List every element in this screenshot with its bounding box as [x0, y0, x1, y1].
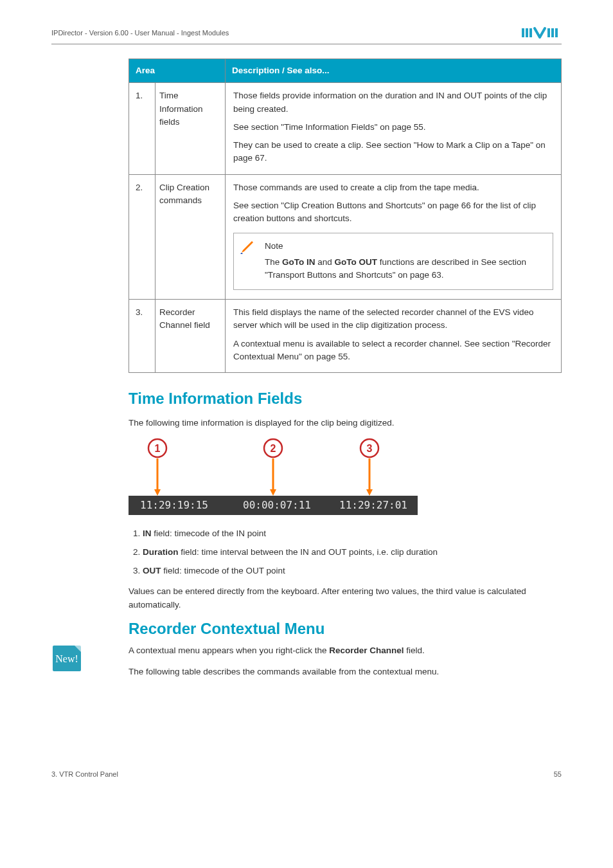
paragraph: See section "Time Information Fields" on… [233, 121, 553, 134]
svg-rect-5 [555, 28, 558, 37]
text: and [315, 257, 335, 267]
svg-marker-14 [270, 489, 276, 496]
text: field: timecode of the IN point [152, 529, 267, 538]
svg-rect-4 [551, 28, 554, 37]
row-title: Recorder Channel field [155, 300, 226, 373]
row-number: 1. [129, 83, 155, 174]
page-header: IPDirector - Version 6.00 - User Manual … [51, 26, 562, 44]
paragraph: Those commands are used to create a clip… [233, 181, 553, 194]
note-title: Note [265, 240, 545, 253]
row-desc: Those commands are used to create a clip… [226, 174, 562, 300]
timecode-in: 11:29:19:15 [140, 499, 208, 511]
table-header-area: Area [129, 59, 226, 83]
paragraph: This field displays the name of the sele… [233, 306, 553, 332]
row-title: Time Information fields [155, 83, 226, 174]
circle-label-1: 1 [155, 443, 161, 454]
paragraph: The following table describes the comman… [129, 665, 562, 679]
svg-marker-6 [242, 241, 253, 253]
text: field: timecode of the OUT point [161, 566, 285, 575]
field-list: IN field: timecode of the IN point Durat… [129, 527, 562, 579]
text-bold: GoTo OUT [335, 257, 378, 267]
text: The [265, 257, 282, 267]
svg-rect-1 [526, 28, 528, 37]
text-bold: IN [143, 529, 152, 538]
timecode-out: 11:29:27:01 [339, 499, 407, 511]
section-title-recorder-menu: Recorder Contextual Menu [129, 620, 562, 638]
table-row: 3. Recorder Channel field This field dis… [129, 300, 562, 373]
section-title-time-info: Time Information Fields [129, 390, 562, 408]
row-number: 2. [129, 174, 155, 300]
footer-page-number: 55 [554, 770, 562, 778]
paragraph: The following time information is displa… [129, 417, 562, 430]
text: field. [404, 646, 424, 655]
evs-logo [522, 26, 562, 40]
table-header-desc: Description / See also... [226, 59, 562, 83]
header-title: IPDirector - Version 6.00 - User Manual … [51, 29, 229, 37]
paragraph: A contextual menu is available to select… [233, 338, 553, 364]
svg-marker-12 [154, 489, 161, 496]
svg-marker-16 [366, 489, 373, 496]
table-row: 2. Clip Creation commands Those commands… [129, 174, 562, 300]
text: field: time interval between the IN and … [179, 547, 438, 557]
row-title: Clip Creation commands [155, 174, 226, 300]
svg-text:New!: New! [55, 653, 78, 664]
note-pencil-icon [239, 239, 256, 255]
list-item: OUT field: timecode of the OUT point [143, 564, 562, 579]
text-bold: Duration [143, 547, 179, 557]
text-bold: OUT [143, 566, 161, 575]
note-box: Note The GoTo IN and GoTo OUT functions … [233, 233, 553, 290]
paragraph: Values can be entered directly from the … [129, 585, 562, 612]
row-number: 3. [129, 300, 155, 373]
paragraph: They can be used to create a clip. See s… [233, 139, 553, 165]
footer-section: 3. VTR Control Panel [51, 770, 118, 778]
paragraph: A contextual menu appears when you right… [129, 644, 562, 658]
svg-marker-7 [240, 253, 243, 254]
list-item: IN field: timecode of the IN point [143, 527, 562, 541]
svg-rect-2 [529, 28, 532, 37]
circle-label-2: 2 [271, 443, 276, 454]
timecode-diagram: 1 2 3 11:29:19:15 00:0 [129, 438, 562, 518]
timecode-duration: 00:00:07:11 [243, 499, 311, 511]
note-body: The GoTo IN and GoTo OUT functions are d… [265, 256, 545, 282]
page-footer: 3. VTR Control Panel 55 [51, 770, 562, 778]
paragraph: Those fields provide information on the … [233, 89, 553, 116]
new-sticker-icon: New! [51, 643, 80, 671]
circle-label-3: 3 [367, 443, 373, 454]
paragraph: See section "Clip Creation Buttons and S… [233, 199, 553, 226]
svg-rect-3 [547, 28, 550, 37]
text-bold: Recorder Channel [329, 646, 404, 655]
list-item: Duration field: time interval between th… [143, 545, 562, 560]
svg-rect-0 [522, 28, 524, 37]
area-description-table: Area Description / See also... 1. Time I… [129, 59, 562, 373]
row-desc: This field displays the name of the sele… [226, 300, 562, 373]
text: A contextual menu appears when you right… [129, 646, 329, 655]
row-desc: Those fields provide information on the … [226, 83, 562, 174]
text-bold: GoTo IN [282, 257, 315, 267]
table-row: 1. Time Information fields Those fields … [129, 83, 562, 174]
